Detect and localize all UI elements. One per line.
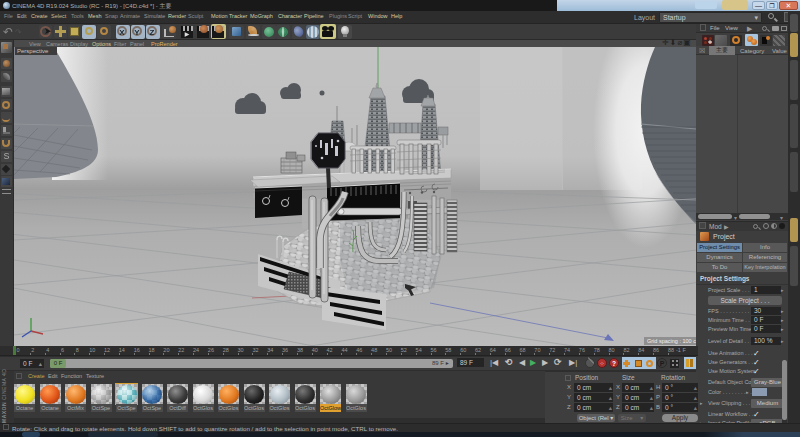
svg-text:Grid spacing : 100 cm: Grid spacing : 100 cm — [647, 338, 696, 344]
